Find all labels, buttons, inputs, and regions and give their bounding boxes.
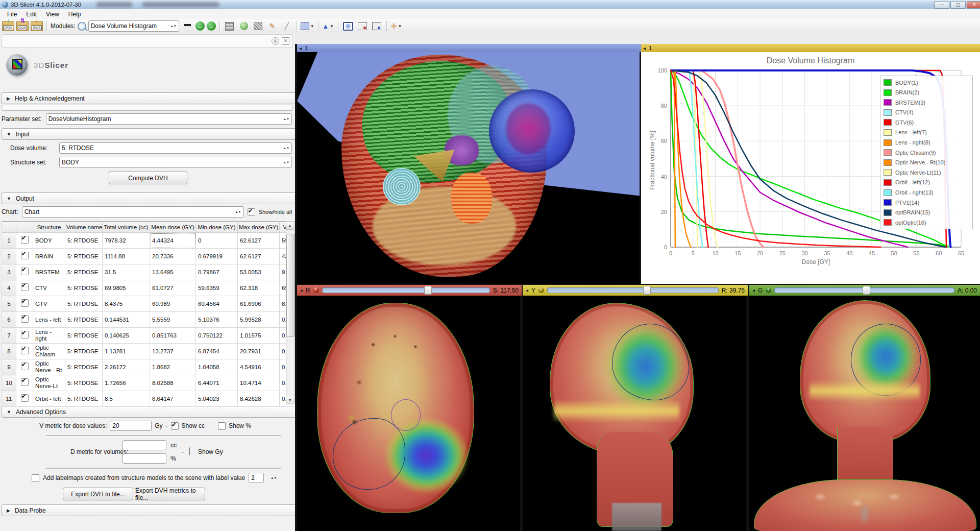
table-row[interactable]: 4CTV5: RTDOSE69.980561.072759.635962.318…	[2, 280, 309, 296]
d-metric-pct-input[interactable]	[122, 453, 166, 464]
panel-close-icon[interactable]: ✕	[282, 37, 289, 45]
legend-item[interactable]: BRAIN(2)	[884, 89, 969, 96]
structure-visibility-checkbox[interactable]	[21, 394, 29, 402]
export-dvh-metrics-button[interactable]: Export DVH metrics to file...	[135, 488, 205, 500]
help-acknowledgement-section[interactable]: ▶ Help & Acknowledgement	[2, 92, 298, 104]
green-slice-bar[interactable]: ◂ G A: 0.00	[749, 285, 980, 296]
table-row[interactable]: 6Lens - left5: RTDOSE0.1445315.55595.103…	[2, 312, 309, 328]
legend-item[interactable]: CTV(4)	[884, 109, 969, 116]
chart-selector[interactable]: Chart ▲▼	[22, 206, 244, 218]
table-row[interactable]: 9Optic Nerve - Rt5: RTDOSE2.261721.86821…	[2, 359, 309, 375]
red-slice-bar[interactable]: ◂ R S: 117.50	[297, 285, 522, 296]
compute-dvh-button[interactable]: Compute DVH	[109, 172, 187, 184]
show-pct-checkbox[interactable]	[218, 422, 226, 430]
structure-visibility-checkbox[interactable]	[21, 331, 29, 339]
minimize-button[interactable]: —	[934, 1, 949, 9]
slice-link-icon[interactable]	[766, 287, 771, 293]
slider-handle[interactable]	[863, 286, 870, 295]
slider-handle[interactable]	[643, 286, 651, 295]
threed-viewport[interactable]	[297, 52, 640, 284]
threed-view-bar[interactable]: ◂ 1	[297, 44, 642, 52]
table-row[interactable]: 2BRAIN5: RTDOSE1114.8820.73360.67991962.…	[2, 249, 309, 264]
layout-selector[interactable]: ▼	[301, 20, 314, 32]
show-hide-all-checkbox[interactable]	[248, 208, 255, 216]
row-number[interactable]: 4	[2, 280, 16, 296]
row-number[interactable]: 8	[2, 344, 16, 359]
legend-item[interactable]: Orbit - right(13)	[884, 189, 969, 197]
label-value-spinner[interactable]: ▲▼	[271, 476, 277, 479]
input-section[interactable]: ▼ Input	[2, 128, 298, 140]
legend-item[interactable]: PTV1(14)	[884, 199, 969, 206]
row-number[interactable]: 9	[2, 359, 16, 375]
editor-pencil-icon[interactable]: ✎	[266, 20, 279, 32]
scene-view-restore-icon[interactable]	[371, 20, 383, 32]
yellow-slice-slider[interactable]	[547, 287, 719, 293]
table-row[interactable]: 10Optic Nerve-Lt5: RTDOSE1.726568.025886…	[2, 375, 309, 391]
table-row[interactable]: 1BODY5: RTDOSE7978.324.44324062.6127595.…	[2, 233, 309, 249]
advanced-options-section[interactable]: ▼ Advanced Options	[2, 406, 298, 418]
d-metric-cc-input[interactable]	[122, 440, 166, 450]
structure-visibility-checkbox[interactable]	[21, 378, 29, 386]
structure-visibility-checkbox[interactable]	[21, 236, 29, 244]
structure-set-selector[interactable]: BODY ▲▼	[59, 157, 292, 168]
orientation-marker-icon[interactable]: ▲▼	[322, 20, 334, 32]
scene-view-capture-icon[interactable]	[356, 20, 369, 32]
row-number[interactable]: 1	[2, 233, 16, 249]
column-header[interactable]: Max dose (GY)	[238, 222, 280, 233]
close-button[interactable]: ✕	[967, 1, 980, 9]
red-slice-viewport[interactable]	[297, 296, 520, 531]
add-labelmaps-checkbox[interactable]	[32, 474, 39, 482]
dose-volume-selector[interactable]: 5: RTDOSE ▲▼	[59, 142, 292, 154]
show-cc-checkbox[interactable]	[171, 422, 179, 430]
structure-visibility-checkbox[interactable]	[21, 268, 29, 275]
panel-help-icon[interactable]: ◎	[272, 37, 279, 45]
module-back-button[interactable]: ←	[195, 21, 205, 31]
dose-volume-spinner[interactable]: ▲▼	[283, 147, 289, 150]
column-header[interactable]: Min dose (GY)	[196, 222, 238, 233]
red-slice-slider[interactable]	[322, 287, 490, 293]
row-number[interactable]: 5	[2, 296, 16, 312]
legend-item[interactable]: Optic Nerve-Lt(11)	[884, 168, 969, 176]
screenshot-icon[interactable]	[342, 20, 354, 32]
legend-item[interactable]: optOptic(16)	[884, 219, 969, 226]
structure-visibility-checkbox[interactable]	[21, 299, 29, 307]
column-header[interactable]: Mean dose (GY)	[150, 222, 196, 233]
data-probe-section[interactable]: ▶ Data Probe	[2, 504, 298, 516]
window-titlebar[interactable]: 3D Slicer 4.1.0-2012-07-30 — ▢ ✕	[0, 0, 980, 10]
column-header[interactable]: Structure	[33, 222, 65, 233]
menu-view[interactable]: View	[42, 10, 63, 19]
module-search-icon[interactable]	[78, 22, 86, 31]
structure-visibility-checkbox[interactable]	[21, 252, 29, 259]
table-row[interactable]: 8Optic Chiasm5: RTDOSE1.1328113.27376.87…	[2, 344, 309, 359]
structure-visibility-checkbox[interactable]	[21, 363, 29, 370]
scrollbar-thumb[interactable]	[286, 234, 295, 337]
maximize-button[interactable]: ▢	[950, 1, 966, 9]
load-data-button[interactable]: ↑DATA	[2, 20, 14, 32]
volume-cube-icon[interactable]	[224, 20, 236, 32]
measure-line-icon[interactable]: ╱	[281, 20, 293, 32]
row-number[interactable]: 6	[2, 312, 16, 328]
parameter-set-selector[interactable]: DoseVolumeHistogram ▲▼	[46, 113, 292, 125]
menu-help[interactable]: Help	[64, 10, 85, 19]
save-button[interactable]: ↓SAVE	[31, 20, 43, 32]
yellow-slice-bar[interactable]: ◂ Y R: 39.75	[523, 285, 748, 296]
legend-item[interactable]: optBRAIN(15)	[884, 209, 969, 216]
module-selector-spinner[interactable]: ▲▼	[170, 25, 177, 28]
legend-item[interactable]: Optic Chiasm(9)	[884, 149, 969, 156]
module-selector[interactable]: Dose Volume Histogram ▲▼	[88, 20, 179, 32]
crosshair-icon[interactable]: ✛▼	[390, 20, 403, 32]
legend-item[interactable]: BRSTEM(3)	[884, 99, 969, 106]
legend-item[interactable]: Lens - right(8)	[884, 139, 969, 147]
column-header[interactable]: Total volume (cc)	[103, 222, 150, 233]
module-history-icon[interactable]	[181, 20, 193, 32]
model-sphere-icon[interactable]	[238, 20, 250, 32]
output-section[interactable]: ▼ Output	[2, 192, 298, 204]
show-gy-checkbox[interactable]	[189, 447, 190, 455]
yellow-slice-viewport[interactable]	[523, 296, 746, 531]
slider-handle[interactable]	[424, 286, 432, 295]
scroll-up-icon[interactable]: ▲	[286, 222, 293, 230]
structure-visibility-checkbox[interactable]	[21, 347, 29, 354]
table-scrollbar[interactable]: ▲ ▼	[286, 221, 295, 404]
legend-item[interactable]: Optic Nerve - Rt(10)	[884, 159, 969, 166]
row-number[interactable]: 7	[2, 328, 16, 344]
